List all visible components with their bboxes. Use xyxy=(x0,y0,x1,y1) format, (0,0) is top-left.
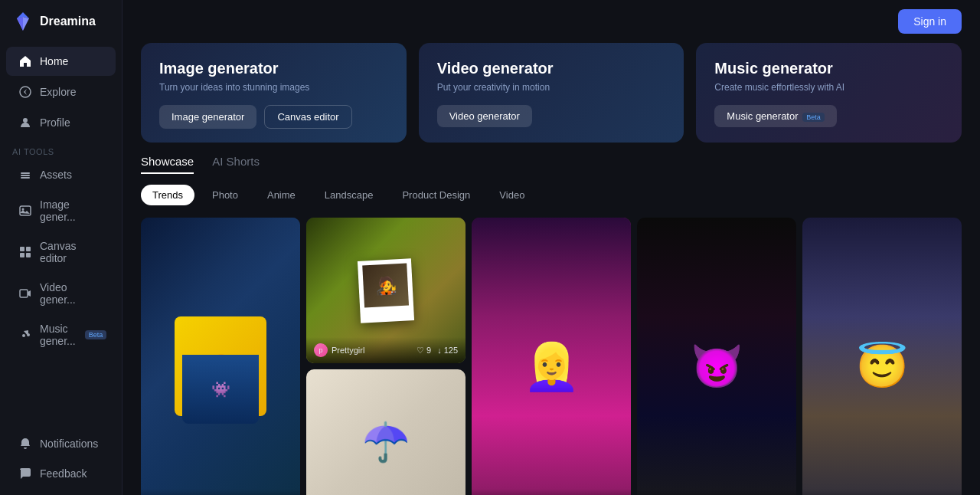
music-gen-desc: Create music effortlessly with AI xyxy=(714,82,943,93)
svg-rect-8 xyxy=(21,177,30,179)
image-grid: 🧽 🟡 👾 d diRa ♡ 34 xyxy=(141,218,962,495)
avatar-prettygirl: p xyxy=(314,343,328,357)
compass-icon xyxy=(18,85,32,99)
music-gen-beta-badge: Beta xyxy=(802,113,825,122)
logo-text: Dreamina xyxy=(40,15,96,28)
card-stats-polaroid: ♡9 ↓125 xyxy=(416,346,458,356)
filter-landscape[interactable]: Landscape xyxy=(313,185,385,205)
tab-showcase[interactable]: Showcase xyxy=(141,155,194,174)
sidebar-nav-canvas[interactable]: Canvas editor xyxy=(6,232,116,272)
image-gen-buttons: Image generator Canvas editor xyxy=(159,105,388,129)
downloads-polaroid: ↓125 xyxy=(437,346,458,355)
ai-tools-label: AI tools xyxy=(0,138,122,159)
bell-icon xyxy=(18,437,32,451)
sidebar-nav-video-gen-label: Video gener... xyxy=(40,281,103,306)
grid-item-angel[interactable]: 😇 p Poppy ♡52 ↓497 xyxy=(802,218,962,495)
sidebar-nav-feedback-label: Feedback xyxy=(40,467,87,480)
image-icon xyxy=(18,204,32,218)
video-generator-button[interactable]: Video generator xyxy=(437,105,532,127)
music-generator-card: Music generator Create music effortlessl… xyxy=(696,43,962,143)
filter-product-design[interactable]: Product Design xyxy=(390,185,482,205)
sidebar-nav-explore[interactable]: Explore xyxy=(6,77,116,107)
svg-marker-2 xyxy=(17,17,23,31)
svg-rect-7 xyxy=(21,175,30,176)
sidebar-nav-image-gen-label: Image gener... xyxy=(40,198,103,223)
tab-ai-shorts[interactable]: AI Shorts xyxy=(212,155,260,174)
filter-photo[interactable]: Photo xyxy=(201,185,250,205)
sidebar-nav-image-gen[interactable]: Image gener... xyxy=(6,191,116,231)
author-name-prettygirl: Prettygirl xyxy=(332,346,364,355)
svg-marker-4 xyxy=(24,89,27,95)
canvas-editor-button[interactable]: Canvas editor xyxy=(264,105,351,129)
svg-rect-13 xyxy=(20,253,24,257)
likes-polaroid: ♡9 xyxy=(416,346,431,356)
sign-in-button[interactable]: Sign in xyxy=(898,9,962,34)
sidebar-nav-notifications-label: Notifications xyxy=(40,438,98,450)
music-gen-title: Music generator xyxy=(714,60,943,77)
sidebar-nav-video-gen[interactable]: Video gener... xyxy=(6,274,116,313)
grid-item-polaroid[interactable]: 🧑‍🎤 p Prettygirl ♡9 ↓125 xyxy=(306,218,466,363)
svg-rect-11 xyxy=(20,247,24,251)
sidebar-nav-home-label: Home xyxy=(40,55,68,67)
grid-item-umbrella[interactable]: ☂️ xyxy=(306,369,466,495)
sidebar-nav-profile-label: Profile xyxy=(40,116,70,129)
card-author-polaroid: p Prettygirl xyxy=(314,343,364,357)
image-gen-desc: Turn your ideas into stunning images xyxy=(159,82,388,93)
svg-rect-9 xyxy=(20,206,31,215)
svg-rect-14 xyxy=(26,253,31,257)
svg-rect-15 xyxy=(20,290,28,297)
video-gen-title: Video generator xyxy=(437,60,666,77)
sidebar-nav-notifications[interactable]: Notifications xyxy=(6,429,116,458)
generator-cards: Image generator Turn your ideas into stu… xyxy=(122,43,980,155)
sidebar-nav-music-gen[interactable]: Music gener... Beta xyxy=(6,315,116,355)
card-footer-barbie: j jan 🔮 ♡12 ↓68 xyxy=(472,489,631,495)
sidebar-nav-home[interactable]: Home xyxy=(6,47,116,76)
video-generator-card: Video generator Put your creativity in m… xyxy=(419,43,684,143)
grid-item-sponge[interactable]: 🧽 🟡 👾 d diRa ♡ 34 xyxy=(141,218,300,495)
grid-item-barbie[interactable]: 👱‍♀️ j jan 🔮 ♡12 ↓68 xyxy=(472,218,631,495)
home-icon xyxy=(18,54,32,68)
svg-rect-12 xyxy=(26,247,31,251)
video-gen-buttons: Video generator xyxy=(437,105,666,127)
sidebar-bottom: Notifications Feedback xyxy=(0,428,122,495)
music-icon xyxy=(18,328,32,342)
sidebar-nav-assets[interactable]: Assets xyxy=(6,160,116,189)
filter-tabs: Trends Photo Anime Landscape Product Des… xyxy=(141,185,962,205)
logo-icon xyxy=(12,11,34,32)
sidebar-nav-canvas-label: Canvas editor xyxy=(40,240,103,264)
filter-anime[interactable]: Anime xyxy=(256,185,307,205)
music-gen-buttons: Music generator Beta xyxy=(714,105,943,127)
video-icon xyxy=(18,287,32,300)
music-generator-button[interactable]: Music generator Beta xyxy=(714,105,836,127)
main-content: Sign in Image generator Turn your ideas … xyxy=(122,0,980,495)
grid-icon xyxy=(18,245,32,259)
filter-trends[interactable]: Trends xyxy=(141,185,194,205)
image-generator-card: Image generator Turn your ideas into stu… xyxy=(141,43,407,143)
showcase-tabs: Showcase AI Shorts xyxy=(141,155,962,174)
card-footer-angel: p Poppy ♡52 ↓497 xyxy=(802,489,962,495)
card-footer-polaroid: p Prettygirl ♡9 ↓125 xyxy=(306,337,466,363)
sidebar: Dreamina Home Explore Profile AI tools A… xyxy=(0,0,122,495)
logo[interactable]: Dreamina xyxy=(0,0,122,43)
message-icon xyxy=(18,467,32,480)
card-footer-demon: C ♡11 ↓132 xyxy=(637,489,796,495)
svg-point-5 xyxy=(23,118,28,123)
image-generator-button[interactable]: Image generator xyxy=(159,105,256,129)
filter-video[interactable]: Video xyxy=(488,185,536,205)
video-gen-desc: Put your creativity in motion xyxy=(437,82,666,93)
sidebar-nav-explore-label: Explore xyxy=(40,86,76,98)
showcase-area: Showcase AI Shorts Trends Photo Anime La… xyxy=(122,155,980,495)
music-beta-badge: Beta xyxy=(85,330,107,339)
sidebar-nav-profile[interactable]: Profile xyxy=(6,108,116,137)
user-icon xyxy=(18,116,32,129)
sidebar-nav-feedback[interactable]: Feedback xyxy=(6,459,116,488)
card-footer-sponge: d diRa ♡ 34 ↓ 363 xyxy=(141,489,300,495)
topbar: Sign in xyxy=(122,0,980,43)
sidebar-nav-music-gen-label: Music gener... xyxy=(40,323,76,347)
grid-item-demon[interactable]: 😈 C ♡11 ↓132 xyxy=(637,218,796,495)
sidebar-nav-assets-label: Assets xyxy=(40,169,72,181)
svg-rect-6 xyxy=(21,172,30,174)
image-gen-title: Image generator xyxy=(159,60,388,77)
layers-icon xyxy=(18,168,32,182)
